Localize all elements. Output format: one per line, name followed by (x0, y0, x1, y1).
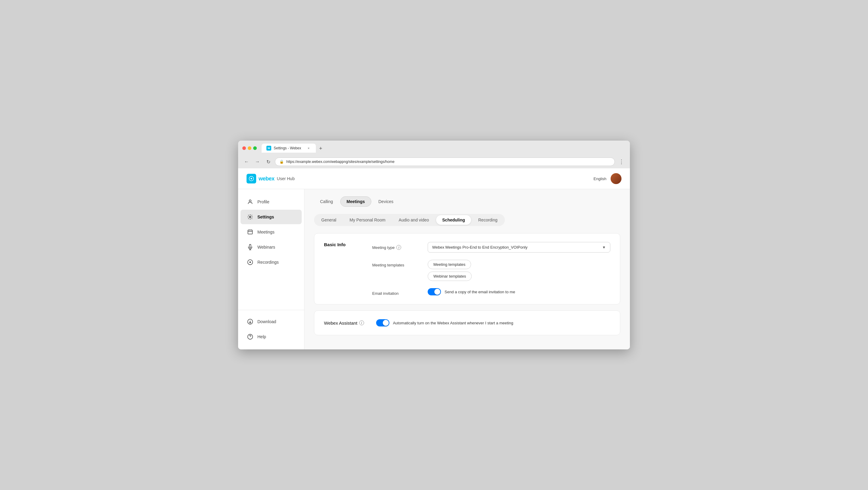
lock-icon: 🔒 (279, 160, 284, 164)
app-content: webex User Hub English (238, 168, 630, 349)
browser-menu-button[interactable]: ⋮ (617, 157, 626, 166)
subtab-audio-video[interactable]: Audio and video (393, 215, 435, 225)
sidebar-recordings-label: Recordings (257, 260, 279, 265)
tab-close-button[interactable]: × (306, 146, 311, 150)
browser-window: W Settings - Webex × + ← → ↻ 🔒 https://e… (238, 141, 630, 349)
browser-tab-active[interactable]: W Settings - Webex × (261, 144, 316, 153)
sidebar-item-download[interactable]: Download (241, 314, 302, 329)
email-invitation-label: Email invitation (372, 288, 421, 296)
help-icon (247, 333, 254, 340)
webex-assistant-content: Automatically turn on the Webex Assistan… (376, 319, 513, 326)
sidebar-item-settings[interactable]: Settings (241, 210, 302, 224)
webex-assistant-section: Webex Assistant i Automatically turn on … (324, 319, 610, 326)
reload-button[interactable]: ↻ (264, 157, 273, 166)
meeting-templates-button[interactable]: Meeting templates (428, 260, 471, 269)
tab-title: Settings - Webex (274, 146, 301, 150)
language-button[interactable]: English (593, 176, 607, 181)
minimize-traffic-light[interactable] (248, 146, 251, 150)
url-text: https://example.webex.com/webappng/sites… (286, 160, 395, 164)
webex-logo: webex User Hub (247, 174, 295, 183)
download-icon (247, 318, 254, 325)
content-area: Calling Meetings Devices General My Pers… (304, 189, 630, 349)
email-invitation-row: Email invitation Send a copy of the emai… (372, 288, 610, 296)
settings-icon (247, 213, 254, 221)
forward-button[interactable]: → (253, 157, 261, 166)
subtab-scheduling[interactable]: Scheduling (436, 215, 471, 225)
sidebar-item-meetings[interactable]: Meetings (241, 225, 302, 239)
sidebar-download-label: Download (257, 319, 276, 324)
tab-favicon: W (267, 146, 271, 150)
email-invitation-text: Send a copy of the email invitation to m… (444, 290, 515, 294)
maximize-traffic-light[interactable] (253, 146, 257, 150)
main-layout: Profile Settings (238, 189, 630, 349)
meeting-type-label: Meeting type i (372, 242, 421, 250)
sidebar-webinars-label: Webinars (257, 245, 275, 250)
sidebar-item-help[interactable]: Help (241, 329, 302, 344)
sidebar-meetings-label: Meetings (257, 230, 275, 234)
profile-icon (247, 198, 254, 205)
browser-controls: W Settings - Webex × + (242, 144, 626, 153)
sidebar-settings-label: Settings (257, 214, 274, 219)
app-header: webex User Hub English (238, 168, 630, 189)
sidebar-nav: Profile Settings (238, 194, 304, 310)
select-arrow-icon: ▼ (602, 245, 606, 250)
meetings-icon (247, 228, 254, 236)
address-bar[interactable]: 🔒 https://example.webex.com/webappng/sit… (275, 157, 615, 166)
sidebar-bottom: Download Help (238, 310, 304, 345)
basic-info-card: Basic Info Meeting type i Webe (314, 233, 620, 305)
browser-tabs: W Settings - Webex × + (261, 144, 626, 153)
webex-logo-icon (247, 174, 256, 183)
sidebar-help-label: Help (257, 334, 266, 339)
meeting-templates-row: Meeting templates Meeting templates Webi… (372, 260, 610, 281)
tab-calling[interactable]: Calling (314, 196, 339, 207)
template-buttons-group: Meeting templates Webinar templates (428, 260, 610, 281)
meeting-type-value: Webex Meetings Pro-End to End Encryption… (432, 245, 527, 250)
tab-meetings[interactable]: Meetings (340, 196, 371, 207)
sidebar-item-webinars[interactable]: Webinars (241, 240, 302, 254)
sidebar-profile-label: Profile (257, 199, 270, 204)
basic-info-fields: Meeting type i Webex Meetings Pro-End to… (372, 242, 610, 296)
meeting-type-content: Webex Meetings Pro-End to End Encryption… (428, 242, 610, 253)
subtab-personal-room[interactable]: My Personal Room (344, 215, 392, 225)
browser-toolbar: ← → ↻ 🔒 https://example.webex.com/webapp… (238, 155, 630, 168)
back-button[interactable]: ← (242, 157, 251, 166)
recordings-icon (247, 259, 254, 266)
avatar[interactable] (611, 173, 621, 184)
webinars-icon (247, 243, 254, 251)
webex-wordmark: webex (258, 176, 275, 182)
traffic-lights (242, 146, 257, 150)
meeting-templates-content: Meeting templates Webinar templates (428, 260, 610, 281)
meeting-type-select[interactable]: Webex Meetings Pro-End to End Encryption… (428, 242, 610, 253)
meeting-templates-label: Meeting templates (372, 260, 421, 267)
tab-devices[interactable]: Devices (373, 196, 400, 207)
avatar-image (611, 173, 621, 184)
webex-assistant-text: Automatically turn on the Webex Assistan… (393, 321, 513, 325)
svg-point-5 (250, 262, 251, 263)
sidebar-item-recordings[interactable]: Recordings (241, 255, 302, 269)
sub-tabs: General My Personal Room Audio and video… (314, 214, 505, 226)
top-tabs: Calling Meetings Devices (314, 196, 620, 207)
email-invitation-toggle[interactable] (428, 288, 441, 295)
webex-assistant-card: Webex Assistant i Automatically turn on … (314, 311, 620, 335)
webex-assistant-toggle[interactable] (376, 319, 390, 326)
email-toggle-row: Send a copy of the email invitation to m… (428, 288, 610, 295)
close-traffic-light[interactable] (242, 146, 246, 150)
meeting-type-row: Meeting type i Webex Meetings Pro-End to… (372, 242, 610, 253)
webinar-templates-button[interactable]: Webinar templates (428, 271, 472, 281)
svg-rect-3 (248, 230, 253, 234)
browser-titlebar: W Settings - Webex × + (238, 141, 630, 155)
svg-point-2 (250, 217, 251, 218)
basic-info-title: Basic Info (324, 242, 360, 296)
subtab-general[interactable]: General (315, 215, 342, 225)
new-tab-button[interactable]: + (316, 144, 325, 153)
sidebar-item-profile[interactable]: Profile (241, 195, 302, 209)
app-header-title: User Hub (277, 176, 295, 181)
meeting-type-info-icon[interactable]: i (396, 245, 401, 250)
basic-info-section: Basic Info Meeting type i Webe (324, 242, 610, 296)
webex-assistant-title: Webex Assistant i (324, 319, 364, 326)
subtab-recording[interactable]: Recording (472, 215, 504, 225)
email-invitation-content: Send a copy of the email invitation to m… (428, 288, 610, 295)
webex-assistant-info-icon[interactable]: i (359, 320, 364, 325)
sidebar: Profile Settings (238, 189, 304, 349)
svg-point-1 (249, 200, 251, 202)
